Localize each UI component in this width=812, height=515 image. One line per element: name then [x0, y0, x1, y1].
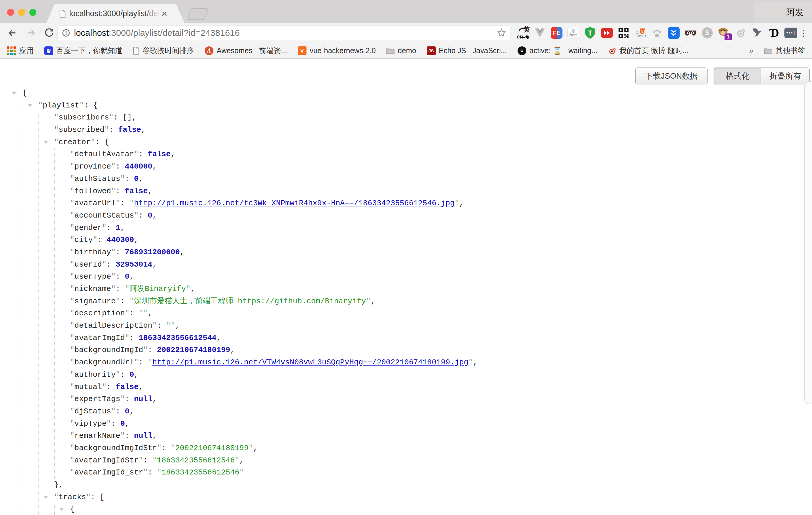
json-punctuation: ,: [129, 272, 134, 281]
json-line: "creator": {: [0, 136, 812, 149]
json-link[interactable]: http://p1.music.126.net/tc3Wk_XNPmwiR4hx…: [134, 199, 455, 208]
json-quote: ": [70, 272, 75, 281]
profile-chip[interactable]: 阿发: [754, 2, 812, 23]
json-value: 1: [116, 224, 120, 232]
bookmark-item-9[interactable]: 我的首页 微博-随时...: [608, 46, 689, 56]
page-scrollbar-thumb[interactable]: [804, 81, 812, 404]
json-quote: ": [111, 248, 116, 257]
bookmark-item-1[interactable]: 应用: [7, 46, 34, 56]
json-key: remarkName: [75, 431, 120, 440]
chrome-menu-icon[interactable]: [799, 28, 808, 38]
json-punctuation: :: [107, 224, 116, 232]
bookmark-item-6[interactable]: demo: [386, 47, 416, 55]
json-quote: ": [93, 235, 97, 244]
bookmark-star-icon[interactable]: [496, 28, 506, 38]
json-line: "userType": 0,: [0, 271, 812, 283]
json-punctuation: :: [139, 211, 148, 220]
json-line: "remarkName": null,: [0, 430, 812, 442]
qrcode-icon[interactable]: [617, 26, 630, 40]
bookmark-item-2[interactable]: 百度一下，你就知道: [44, 46, 122, 56]
json-punctuation: ,: [152, 260, 157, 269]
json-punctuation: :: [116, 407, 125, 416]
json-punctuation: :: [116, 187, 125, 196]
json-value: 0: [129, 370, 134, 379]
json-quote: ": [70, 297, 75, 306]
json-punctuation: ,: [152, 431, 157, 440]
json-quote: ": [102, 382, 107, 391]
video-speed-icon[interactable]: [600, 26, 613, 40]
tab-close-icon[interactable]: ×: [162, 8, 167, 19]
format-button[interactable]: 格式化: [714, 67, 761, 84]
forward-button[interactable]: [26, 28, 36, 38]
json-punctuation: :: [116, 248, 125, 257]
json-quote: ": [70, 346, 75, 354]
json-punctuation: ,: [473, 358, 477, 367]
download-json-button[interactable]: 下载JSON数据: [635, 67, 707, 84]
json-punctuation: : {: [95, 138, 109, 146]
json-quote: ": [38, 101, 43, 110]
collapse-all-button[interactable]: 折叠所有: [761, 67, 810, 84]
collapse-triangle-icon[interactable]: [12, 92, 17, 95]
browser-window: { "browser": { "profile_name": "阿发", "ta…: [0, 0, 812, 515]
json-line: "province": 440000,: [0, 161, 812, 173]
sitemap-icon[interactable]: [567, 26, 580, 40]
back-button[interactable]: [7, 28, 18, 38]
bookmark-item-5[interactable]: Vvue-hackernews-2.0: [298, 47, 376, 55]
bookmark-item-4[interactable]: AAwesomes - 前端资...: [205, 46, 287, 56]
json-punctuation: :: [111, 419, 120, 428]
hummingbird-icon[interactable]: [751, 26, 764, 40]
json-key: subscribed: [59, 125, 105, 134]
window-zoom-button[interactable]: [29, 9, 36, 16]
bookmark-item-8[interactable]: active: ⌛ - waiting...: [518, 47, 598, 55]
d-letter-icon[interactable]: Ɗ: [768, 26, 781, 40]
collapse-triangle-icon[interactable]: [59, 508, 64, 511]
blue-arrows-icon[interactable]: [667, 26, 680, 40]
html5-player-icon[interactable]: ≣5PLAYER: [634, 26, 647, 40]
json-string: 阿发Binaryify: [129, 285, 186, 293]
translate-icon[interactable]: 英en: [517, 26, 530, 40]
json-key: avatarImgId: [75, 334, 125, 342]
json-punctuation: :: [162, 444, 171, 453]
json-punctuation: :: [129, 309, 139, 318]
json-key: followed: [75, 187, 111, 196]
window-minimize-button[interactable]: [18, 9, 25, 16]
vue-gray-icon[interactable]: [533, 26, 546, 40]
json-key: djStatus: [75, 407, 111, 416]
json-punctuation: ,: [148, 309, 152, 318]
bookmark-item-3[interactable]: 谷歌按时间排序: [133, 46, 194, 56]
s-circle-icon[interactable]: S: [701, 26, 714, 40]
collapse-triangle-icon[interactable]: [28, 104, 32, 107]
json-quote: ": [143, 346, 148, 354]
url-text[interactable]: localhost:3000/playlist/detail?id=243816…: [74, 28, 496, 38]
json-punctuation: :: [139, 358, 148, 367]
svg-text:5: 5: [641, 29, 643, 33]
json-punctuation: ,: [134, 370, 139, 379]
json-string-quote: ": [455, 199, 459, 208]
tab-bar: localhost:3000/playlist/detail? × 阿发: [0, 0, 812, 23]
json-punctuation: :: [157, 321, 166, 330]
mask-icon[interactable]: [684, 26, 697, 40]
tampermonkey-icon[interactable]: T: [584, 26, 597, 40]
json-line: "backgroundUrl": "http://p1.music.126.ne…: [0, 356, 812, 369]
fe-icon[interactable]: FE: [550, 26, 563, 40]
json-key: detailDescription: [75, 321, 152, 330]
json-quote: ": [70, 150, 75, 159]
bookmarks-overflow-chevron[interactable]: »: [749, 46, 754, 56]
json-link[interactable]: http://p1.music.126.net/VTW4vsN08vwL3uSQ…: [152, 358, 468, 367]
json-quote: ": [86, 493, 91, 502]
weibo-gray-icon[interactable]: [734, 26, 747, 40]
site-info-icon[interactable]: [62, 28, 70, 37]
other-bookmarks-folder[interactable]: 其他书签: [764, 46, 805, 56]
address-bar[interactable]: localhost:3000/playlist/detail?id=243816…: [57, 26, 511, 40]
browser-tab[interactable]: localhost:3000/playlist/detail? ×: [47, 4, 184, 23]
reload-button[interactable]: [44, 28, 54, 38]
json-value: false: [116, 382, 139, 391]
password-dots-icon[interactable]: •••|: [784, 26, 797, 40]
window-close-button[interactable]: [7, 9, 14, 16]
monkey-icon[interactable]: 1: [718, 26, 730, 40]
collapse-triangle-icon[interactable]: [44, 141, 48, 144]
paw-icon[interactable]: [650, 26, 663, 40]
collapse-triangle-icon[interactable]: [44, 496, 48, 499]
new-tab-button[interactable]: [187, 8, 209, 20]
bookmark-item-7[interactable]: JSEcho JS - JavaScri...: [427, 47, 507, 55]
